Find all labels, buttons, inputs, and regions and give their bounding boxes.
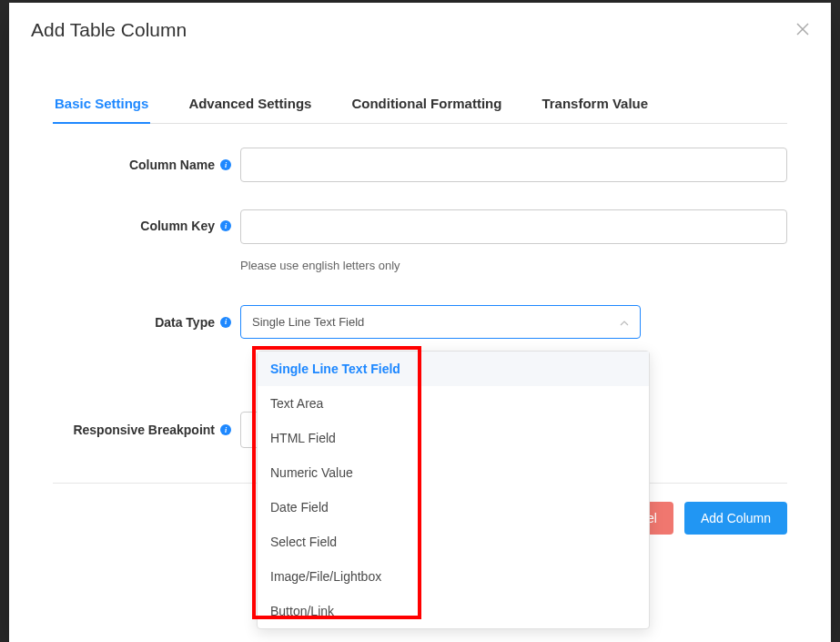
column-key-input[interactable]: [240, 209, 787, 244]
label-responsive-breakpoint: Responsive Breakpoint i: [53, 423, 240, 437]
column-key-hint: Please use english letters only: [240, 259, 787, 272]
label-data-type: Data Type i: [53, 315, 240, 330]
column-key-wrap: Please use english letters only: [240, 209, 787, 272]
info-icon[interactable]: i: [220, 220, 231, 231]
data-type-select[interactable]: Single Line Text Field: [240, 305, 641, 339]
label-column-name: Column Name i: [53, 158, 240, 172]
info-icon[interactable]: i: [220, 317, 231, 328]
data-type-dropdown: Single Line Text Field Text Area HTML Fi…: [257, 351, 650, 629]
dropdown-option[interactable]: Numeric Value: [258, 455, 649, 490]
data-type-selected-text: Single Line Text Field: [252, 315, 364, 329]
tab-basic-settings[interactable]: Basic Settings: [53, 87, 150, 124]
info-icon[interactable]: i: [220, 159, 231, 170]
dropdown-option[interactable]: Select Field: [258, 525, 649, 559]
dropdown-option[interactable]: Single Line Text Field: [258, 352, 649, 386]
dropdown-option[interactable]: Image/File/Lightbox: [258, 559, 649, 594]
info-icon[interactable]: i: [220, 424, 231, 435]
dropdown-option[interactable]: HTML Field: [258, 421, 649, 455]
label-column-key: Column Key i: [53, 209, 240, 233]
label-data-type-text: Data Type: [155, 315, 215, 330]
modal-header: Add Table Column: [9, 3, 831, 57]
dropdown-option[interactable]: Text Area: [258, 386, 649, 421]
close-button[interactable]: [796, 22, 809, 38]
chevron-up-icon: [620, 315, 629, 329]
dropdown-option[interactable]: Button/Link: [258, 594, 649, 628]
add-column-button[interactable]: Add Column: [684, 502, 787, 535]
tab-conditional-formatting[interactable]: Conditional Formatting: [349, 87, 503, 124]
label-column-name-text: Column Name: [129, 158, 215, 172]
column-name-input[interactable]: [240, 148, 787, 182]
tab-transform-value[interactable]: Transform Value: [540, 87, 650, 124]
close-icon: [796, 21, 809, 39]
add-column-modal: Add Table Column Basic Settings Advanced…: [9, 3, 831, 642]
tab-advanced-settings[interactable]: Advanced Settings: [187, 87, 313, 124]
data-type-wrap: Single Line Text Field: [240, 305, 641, 339]
tabs: Basic Settings Advanced Settings Conditi…: [53, 87, 787, 124]
modal-title: Add Table Column: [31, 19, 187, 41]
row-data-type: Data Type i Single Line Text Field: [53, 305, 787, 339]
label-column-key-text: Column Key: [140, 219, 215, 233]
column-name-wrap: [240, 148, 787, 182]
row-column-key: Column Key i Please use english letters …: [53, 209, 787, 272]
label-responsive-breakpoint-text: Responsive Breakpoint: [73, 423, 215, 437]
row-column-name: Column Name i: [53, 148, 787, 182]
dropdown-option[interactable]: Date Field: [258, 490, 649, 525]
